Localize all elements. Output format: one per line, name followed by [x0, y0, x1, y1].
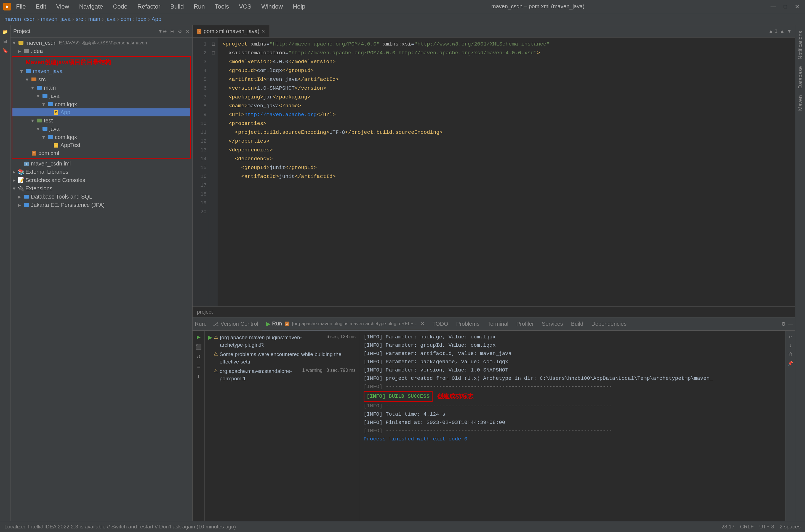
tab-todo[interactable]: TODO: [428, 318, 452, 330]
scroll-up-button[interactable]: ▲: [780, 28, 785, 34]
tree-item-apptest[interactable]: T AppTest: [13, 141, 190, 149]
tree-item-iml[interactable]: I maven_csdn.iml: [11, 160, 192, 168]
tab-services[interactable]: Services: [538, 318, 567, 330]
settings-button[interactable]: ⚙: [177, 28, 182, 35]
notifications-panel-button[interactable]: Notifications: [795, 27, 805, 63]
tree-item-external-libraries[interactable]: ▸ 📚 External Libraries: [11, 168, 192, 176]
close-run-tab-button[interactable]: ✕: [421, 321, 424, 326]
settings-icon[interactable]: ⚙: [781, 321, 786, 327]
run-tree-root[interactable]: ▶ ⚠ [org.apache.maven.plugins:maven-arch…: [207, 333, 357, 350]
tab-problems[interactable]: Problems: [452, 318, 484, 330]
extensions-icon: 🔌: [18, 186, 24, 191]
rerun-button[interactable]: ↺: [194, 353, 203, 361]
output-line: [INFO] Parameter: package, Value: com.lq…: [363, 333, 781, 341]
run-tree-warning1[interactable]: ⚠ Some problems were encountered while b…: [207, 350, 357, 366]
menu-vcs[interactable]: VCS: [237, 2, 254, 11]
tab-terminal[interactable]: Terminal: [484, 318, 512, 330]
menu-navigate[interactable]: Navigate: [77, 2, 106, 11]
breadcrumb-item[interactable]: src: [76, 16, 83, 22]
line-col-indicator[interactable]: 28:17: [722, 524, 735, 530]
output-line: [INFO] Total time: 4.124 s: [363, 410, 781, 418]
run-toolbar: ▶ ⬛ ↺ ≡ ⤓: [192, 331, 205, 521]
tree-item-maven-java[interactable]: ▾ maven_java: [13, 67, 190, 75]
minimize-button[interactable]: —: [768, 2, 778, 11]
breadcrumb-item[interactable]: com: [120, 16, 131, 22]
stop-button[interactable]: ⬛: [194, 343, 203, 351]
line-ending-indicator[interactable]: CRLF: [740, 524, 754, 530]
menu-file[interactable]: File: [14, 2, 28, 11]
tab-profiler[interactable]: Profiler: [512, 318, 538, 330]
scroll-down-button[interactable]: ▼: [787, 28, 792, 34]
breadcrumb-item[interactable]: lqqx: [136, 16, 147, 22]
menu-window[interactable]: Window: [259, 2, 285, 11]
tree-item-com-lqqx[interactable]: ▾ com.lqqx: [13, 100, 190, 108]
close-button[interactable]: ✕: [792, 2, 802, 11]
project-panel-actions: ⊕ ⊟ ⚙ ✕: [163, 28, 189, 35]
menu-run[interactable]: Run: [191, 2, 207, 11]
build-success-text: [INFO] BUILD SUCCESS: [363, 391, 433, 402]
menu-view[interactable]: View: [54, 2, 71, 11]
tab-dependencies[interactable]: Dependencies: [587, 318, 631, 330]
run-warning-time: 1 warning 3 sec, 790 ms: [302, 368, 356, 373]
code-content[interactable]: <project xmlns="http://maven.apache.org/…: [218, 38, 795, 306]
tree-item-test[interactable]: ▾ test: [13, 116, 190, 125]
line-counter: ▲ 1: [769, 28, 778, 34]
tree-item-src[interactable]: ▾ src: [13, 75, 190, 83]
indent-indicator[interactable]: 2 spaces: [780, 524, 801, 530]
run-output: [INFO] Parameter: package, Value: com.lq…: [359, 331, 785, 521]
editor-tab-pom[interactable]: X pom.xml (maven_java) ✕: [192, 25, 270, 37]
minimize-panel-button[interactable]: —: [788, 321, 793, 327]
filter-button[interactable]: ≡: [194, 363, 203, 371]
database-panel-button[interactable]: Database: [795, 63, 805, 92]
scroll-end-button[interactable]: ⤓: [787, 342, 794, 349]
tree-item-main[interactable]: ▾ main: [13, 83, 190, 92]
run-tree-warning2[interactable]: ⚠ org.apache.maven:standalone-pom:pom:1 …: [207, 366, 357, 383]
tree-item-idea[interactable]: ▸ .idea: [11, 47, 192, 55]
breadcrumb-item[interactable]: main: [88, 16, 100, 22]
scroll-to-source-button[interactable]: ⊕: [163, 28, 167, 35]
pin-tab-button[interactable]: 📌: [787, 359, 794, 367]
tree-item-extensions[interactable]: ▾ 🔌 Extensions: [11, 184, 192, 192]
scroll-to-end-button[interactable]: ⤓: [194, 373, 203, 381]
menu-build[interactable]: Build: [168, 2, 186, 11]
tree-item-database-tools[interactable]: ▸ Database Tools and SQL: [11, 192, 192, 201]
charset-indicator[interactable]: UTF-8: [759, 524, 774, 530]
tree-item-pom-xml[interactable]: X pom.xml: [13, 149, 190, 157]
menu-edit[interactable]: Edit: [33, 2, 48, 11]
tree-item-test-com-lqqx[interactable]: ▾ com.lqqx: [13, 133, 190, 141]
maven-panel-button[interactable]: Maven: [795, 92, 805, 114]
tab-run[interactable]: ▶ Run X [org.apache.maven.plugins:maven-…: [262, 318, 428, 330]
menu-help[interactable]: Help: [291, 2, 307, 11]
menu-code[interactable]: Code: [111, 2, 130, 11]
close-panel-button[interactable]: ✕: [185, 28, 189, 35]
breadcrumb-item[interactable]: maven_csdn: [4, 16, 36, 22]
breadcrumb-item-app[interactable]: App: [151, 16, 162, 22]
tree-item-maven-csdn[interactable]: ▾ maven_csdn E:\JAVA\9_框架学习\SSM\personal…: [11, 39, 192, 47]
tree-item-jakarta-ee[interactable]: ▸ Jakarta EE: Persistence (JPA): [11, 201, 192, 209]
soft-wrap-button[interactable]: ↩: [787, 333, 794, 341]
run-button[interactable]: ▶: [194, 333, 203, 341]
status-message: Localized IntelliJ IDEA 2022.2.3 is avai…: [4, 524, 716, 530]
maximize-button[interactable]: □: [782, 2, 789, 11]
close-tab-button[interactable]: ✕: [262, 29, 265, 34]
gutter: ⊟ ⊟: [209, 38, 218, 306]
menu-refactor[interactable]: Refactor: [135, 2, 163, 11]
menu-tools[interactable]: Tools: [213, 2, 231, 11]
breadcrumb-item[interactable]: java: [106, 16, 116, 22]
clear-output-button[interactable]: 🗑: [787, 350, 794, 358]
tree-item-scratches[interactable]: ▸ 📝 Scratches and Consoles: [11, 176, 192, 184]
structure-tool-button[interactable]: ⊞: [1, 37, 10, 45]
tree-item-test-java[interactable]: ▾ java: [13, 125, 190, 133]
tab-label: pom.xml (maven_java): [204, 28, 259, 35]
tab-version-control[interactable]: ⎇ Version Control: [209, 318, 262, 330]
bookmarks-tool-button[interactable]: 🔖: [1, 46, 10, 55]
tree-item-java[interactable]: ▾ java: [13, 92, 190, 100]
tab-build[interactable]: Build: [567, 318, 587, 330]
collapse-all-button[interactable]: ⊟: [170, 28, 174, 35]
window-controls: — □ ✕: [768, 2, 802, 11]
tree-item-app[interactable]: C App: [13, 108, 190, 116]
run-time: 6 sec, 128 ms: [326, 334, 356, 340]
breadcrumb-item[interactable]: maven_java: [41, 16, 71, 22]
project-tool-button[interactable]: 📁: [1, 27, 10, 36]
output-line: [INFO] Finished at: 2023-02-03T10:44:39+…: [363, 418, 781, 426]
